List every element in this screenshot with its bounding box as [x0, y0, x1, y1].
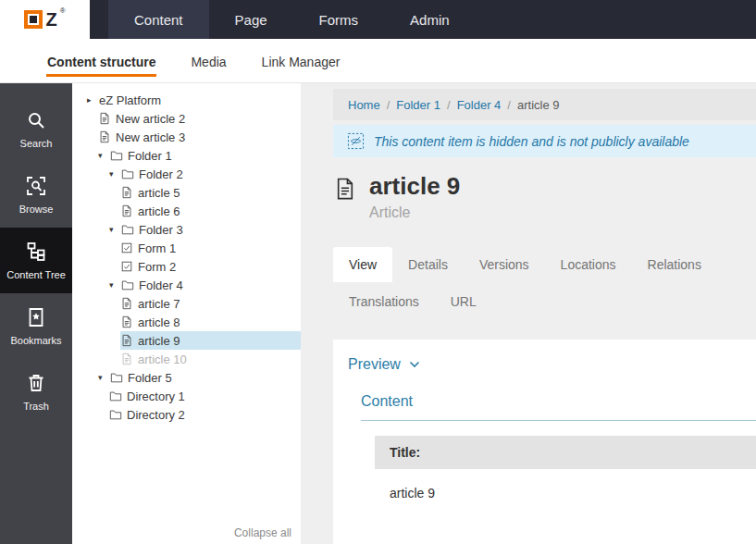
tree-item-folder-1[interactable]: ▾ Folder 1 [72, 146, 301, 165]
tab-locations[interactable]: Locations [545, 247, 632, 282]
tree-item-article-8[interactable]: article 8 [72, 313, 301, 331]
ez-logo[interactable]: Z ® [0, 0, 90, 39]
tree-item-form-2[interactable]: Form 2 [72, 257, 301, 276]
collapse-all-button[interactable]: Collapse all [234, 526, 291, 539]
tab-details[interactable]: Details [392, 247, 464, 282]
article-icon [98, 130, 111, 143]
content-tree-panel: ▸ eZ Platform New article 2 New article … [72, 83, 301, 544]
app-frame: Search Browse Content Tree Bookmarks Tra… [0, 83, 756, 544]
tab-url[interactable]: URL [435, 284, 492, 319]
folder-icon [110, 371, 123, 384]
preview-toggle[interactable]: Preview [333, 340, 756, 386]
tree-item-label: Folder 4 [139, 278, 183, 292]
tree-item-label: Form 1 [138, 241, 176, 255]
tree-item-folder-5[interactable]: ▾ Folder 5 [72, 368, 301, 387]
tree-item-ez-platform[interactable]: ▸ eZ Platform [72, 91, 301, 109]
form-icon [120, 241, 133, 254]
tree-row-inner: ▾ Folder 1 [98, 146, 301, 165]
tree-item-article-9-selected[interactable]: article 9 [72, 331, 301, 350]
sidebar-item-browse[interactable]: Browse [0, 162, 72, 228]
subnav-tab-content-structure[interactable]: Content structure [46, 49, 156, 77]
tree-item-label: article 5 [138, 186, 180, 200]
left-sidebar: Search Browse Content Tree Bookmarks Tra… [0, 83, 72, 544]
field-table: Title: article 9 [375, 436, 756, 517]
chevron-down-icon[interactable]: ▾ [98, 368, 110, 387]
article-icon [120, 186, 133, 199]
tree-item-label: article 6 [138, 204, 180, 218]
bookmarks-icon [25, 306, 47, 328]
form-icon [120, 260, 133, 273]
topbar-tab-content[interactable]: Content [108, 0, 209, 39]
tab-view[interactable]: View [333, 247, 392, 282]
subnav-tab-media[interactable]: Media [190, 49, 227, 77]
chevron-down-icon[interactable]: ▾ [109, 165, 121, 183]
tree-row-inner: article 10 [120, 350, 301, 368]
folder-icon [110, 149, 123, 162]
article-icon [120, 297, 133, 310]
tab-relations[interactable]: Relations [632, 247, 717, 282]
folder-icon [121, 223, 134, 236]
sidebar-item-content-tree[interactable]: Content Tree [0, 228, 72, 293]
tree-item-label: Directory 2 [127, 408, 185, 422]
tree-row-inner: Directory 2 [109, 405, 301, 424]
tab-versions[interactable]: Versions [464, 247, 545, 282]
tree-item-article-10-hidden[interactable]: article 10 [72, 350, 301, 368]
breadcrumb-link-folder-4[interactable]: Folder 4 [457, 98, 502, 112]
tree-item-form-1[interactable]: Form 1 [72, 239, 301, 257]
tree-item-label: Form 2 [138, 260, 176, 274]
tree-item-label: eZ Platform [99, 93, 161, 107]
tree-item-new-article-3[interactable]: New article 3 [72, 128, 301, 146]
tree-row-inner: article 8 [120, 313, 301, 331]
tree-item-folder-2[interactable]: ▾ Folder 2 [72, 165, 301, 183]
tree-item-directory-1[interactable]: Directory 1 [72, 387, 301, 405]
registered-mark: ® [60, 6, 66, 15]
page-title: article 9 [369, 172, 460, 200]
tree-item-label: New article 2 [116, 112, 185, 126]
tree-item-label: article 8 [138, 315, 180, 329]
hidden-eye-icon [347, 132, 365, 150]
tree-row-inner: article 5 [120, 183, 301, 202]
breadcrumb-link-home[interactable]: Home [348, 98, 380, 112]
tree-item-label: New article 3 [116, 130, 185, 144]
view-panel: Preview Content Title: article 9 [333, 340, 756, 544]
topbar: Z ® Content Page Forms Admin [0, 0, 756, 39]
sidebar-item-label: Bookmarks [10, 335, 61, 346]
tree-item-directory-2[interactable]: Directory 2 [72, 405, 301, 424]
tree-item-folder-3[interactable]: ▾ Folder 3 [72, 220, 301, 239]
topbar-tab-forms[interactable]: Forms [293, 0, 385, 39]
content-section-title: Content [361, 393, 756, 421]
browse-icon [25, 175, 47, 197]
sidebar-item-search[interactable]: Search [0, 96, 72, 162]
tree-item-new-article-2[interactable]: New article 2 [72, 109, 301, 128]
tree-item-article-5[interactable]: article 5 [72, 183, 301, 202]
topbar-tab-admin[interactable]: Admin [384, 0, 476, 39]
tree-row-inner: Form 1 [120, 239, 301, 257]
tree-item-folder-4[interactable]: ▾ Folder 4 [72, 276, 301, 294]
tree-item-article-7[interactable]: article 7 [72, 294, 301, 313]
sidebar-item-bookmarks[interactable]: Bookmarks [0, 293, 72, 359]
trash-icon [25, 372, 47, 394]
tab-translations[interactable]: Translations [333, 284, 435, 319]
chevron-down-icon[interactable]: ▾ [109, 220, 121, 239]
topbar-tab-page[interactable]: Page [209, 0, 293, 39]
breadcrumb-link-folder-1[interactable]: Folder 1 [396, 98, 440, 112]
folder-icon [109, 389, 122, 402]
tree-row-inner: ▾ Folder 4 [109, 276, 301, 294]
chevron-right-icon[interactable]: ▸ [87, 91, 99, 109]
tree-row-inner: Form 2 [120, 257, 301, 276]
hidden-content-alert: This content item is hidden and is not p… [333, 125, 756, 157]
article-icon [120, 204, 133, 217]
tree-item-article-6[interactable]: article 6 [72, 202, 301, 220]
chevron-down-icon[interactable]: ▾ [109, 276, 121, 294]
sidebar-item-label: Content Tree [6, 269, 66, 280]
folder-icon [121, 167, 134, 180]
sidebar-item-trash[interactable]: Trash [0, 359, 72, 425]
tree-item-label: Folder 1 [128, 149, 172, 163]
article-icon [120, 315, 133, 328]
field-value-title: article 9 [375, 469, 756, 517]
chevron-down-icon[interactable]: ▾ [98, 146, 110, 165]
subnav-tab-link-manager[interactable]: Link Manager [261, 49, 341, 77]
tree-item-label: Folder 5 [128, 371, 172, 385]
tree-row-inner: New article 2 [98, 109, 301, 128]
tree-row-inner: article 7 [120, 294, 301, 313]
